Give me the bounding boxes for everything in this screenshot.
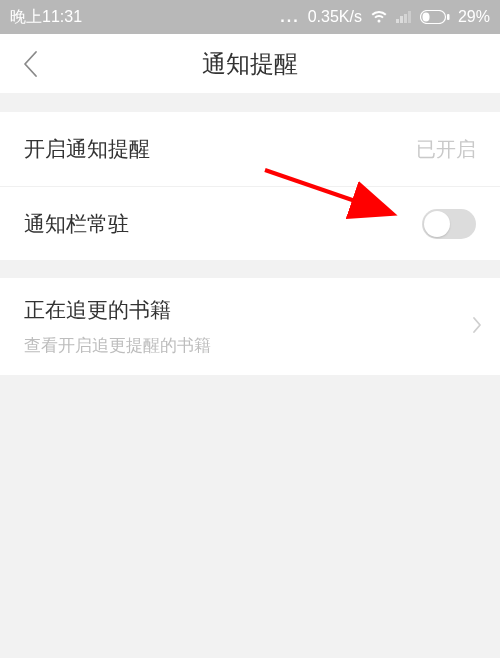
svg-rect-5: [422, 13, 429, 22]
status-bar: 晚上11:31 ... 0.35K/s 29%: [0, 0, 500, 34]
row-sticky-notification: 通知栏常驻: [0, 186, 500, 260]
row-label: 正在追更的书籍: [24, 296, 171, 324]
row-subtitle: 查看开启追更提醒的书籍: [24, 334, 211, 357]
row-enable-notification[interactable]: 开启通知提醒 已开启: [0, 112, 500, 186]
chevron-left-icon: [21, 49, 39, 79]
toggle-sticky[interactable]: [422, 209, 476, 239]
svg-rect-2: [404, 14, 407, 23]
toggle-knob: [424, 211, 450, 237]
row-label: 通知栏常驻: [24, 210, 422, 238]
svg-rect-0: [396, 19, 399, 23]
signal-icon: [396, 11, 412, 23]
svg-rect-3: [408, 11, 411, 23]
row-label: 开启通知提醒: [24, 135, 416, 163]
battery-percent: 29%: [458, 8, 490, 26]
more-dots-icon: ...: [280, 8, 299, 26]
back-button[interactable]: [0, 34, 60, 94]
wifi-icon: [370, 10, 388, 24]
svg-rect-1: [400, 16, 403, 23]
status-right: ... 0.35K/s 29%: [82, 8, 490, 26]
status-time: 晚上11:31: [10, 7, 82, 28]
svg-rect-6: [447, 14, 450, 20]
row-following-books[interactable]: 正在追更的书籍 查看开启追更提醒的书籍: [0, 278, 500, 375]
section-gap: [0, 94, 500, 112]
chevron-right-icon: [472, 316, 482, 338]
row-value: 已开启: [416, 136, 476, 163]
header: 通知提醒: [0, 34, 500, 94]
network-speed: 0.35K/s: [308, 8, 362, 26]
page-title: 通知提醒: [0, 48, 500, 80]
battery-icon: [420, 10, 450, 24]
section-gap: [0, 260, 500, 278]
